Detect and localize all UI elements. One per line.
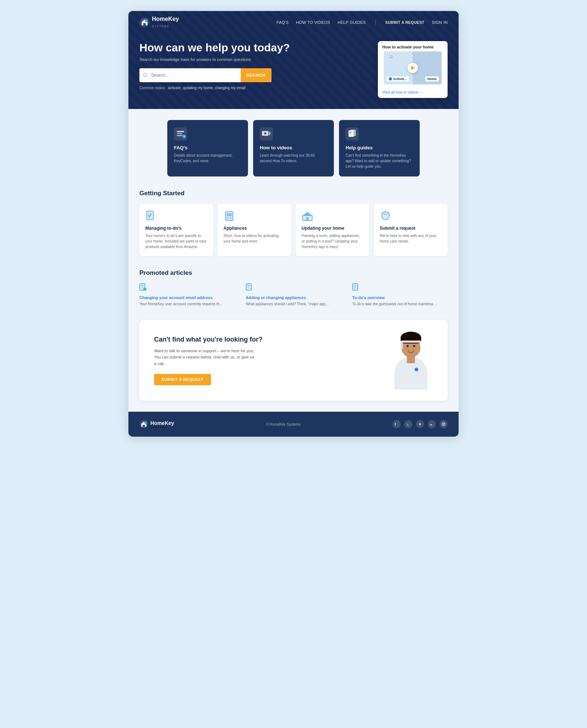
svg-text:f: f xyxy=(395,423,396,426)
svg-rect-22 xyxy=(148,213,152,214)
gs-card-appliances[interactable]: Appliances Short, how-to videos for acti… xyxy=(218,204,291,256)
svg-point-57 xyxy=(444,423,445,423)
article-email-desc: Your HomeKey user account currently requ… xyxy=(139,302,235,307)
footer-socials: f 𝕏 in xyxy=(393,420,448,428)
category-card-faqs[interactable]: ? FAQ's Details about account management… xyxy=(167,120,248,176)
svg-rect-47 xyxy=(354,287,356,287)
article-todos-title[interactable]: To-do's overview xyxy=(352,295,448,300)
logo-name: HomeKey xyxy=(152,16,179,22)
nav-sign-in[interactable]: SIGN IN xyxy=(432,20,448,25)
footer-logo-name: HomeKey xyxy=(150,420,174,426)
gs-card-todos[interactable]: Managing to-do's Your home's to-do's are… xyxy=(139,204,213,256)
svg-text:✓: ✓ xyxy=(144,288,146,291)
topic-email[interactable]: changing my email xyxy=(215,86,245,90)
svg-rect-26 xyxy=(227,217,229,219)
getting-started-title: Getting Started xyxy=(139,190,448,197)
updating-gs-title: Updating your home xyxy=(302,226,364,231)
svg-rect-38 xyxy=(141,288,143,288)
hero-subtitle: Search our knowledge base for answers to… xyxy=(139,57,371,62)
svg-rect-25 xyxy=(227,213,232,216)
play-button[interactable] xyxy=(408,63,418,73)
todos-gs-desc: Your home's to-do's are specific to your… xyxy=(145,233,207,250)
social-facebook[interactable]: f xyxy=(393,420,401,428)
svg-rect-36 xyxy=(141,285,144,286)
topic-activate[interactable]: activate xyxy=(168,86,181,90)
category-cards: ? FAQ's Details about account management… xyxy=(139,120,448,176)
svg-rect-48 xyxy=(354,288,356,288)
svg-rect-6 xyxy=(177,131,184,132)
appliances-gs-title: Appliances xyxy=(223,226,285,231)
video-label-home: Home xyxy=(425,76,439,81)
svg-rect-30 xyxy=(306,217,309,221)
getting-started-cards: Managing to-do's Your home's to-do's are… xyxy=(139,204,448,256)
cta-submit-button[interactable]: SUBMIT A REQUEST xyxy=(154,374,211,385)
category-card-guides[interactable]: Help guides Can't find something in the … xyxy=(339,120,420,176)
nav-divider xyxy=(375,19,376,25)
view-all-videos-link[interactable]: View all how to videos → xyxy=(378,87,448,98)
svg-rect-19 xyxy=(349,133,351,134)
guides-desc: Can't find something in the HomeKey app?… xyxy=(346,153,413,169)
article-email-icon: ✓ xyxy=(139,283,235,293)
topic-updating[interactable]: updating my home xyxy=(183,86,213,90)
videos-icon xyxy=(260,127,273,141)
cta-banner: Can't find what you're looking for? Want… xyxy=(139,320,448,401)
gs-card-submit[interactable]: Submit a request We're here to help with… xyxy=(374,204,448,256)
todos-gs-title: Managing to-do's xyxy=(145,226,207,231)
article-todos-desc: To-do's take the guesswork out of home m… xyxy=(352,302,448,307)
svg-point-56 xyxy=(443,423,444,425)
nav-submit-request[interactable]: SUBMIT A REQUEST xyxy=(385,21,424,25)
svg-text:in: in xyxy=(430,423,432,426)
logo[interactable]: HomeKey SYSTEMS xyxy=(139,16,179,29)
social-youtube[interactable] xyxy=(416,420,424,428)
updating-gs-desc: Painting a room, adding appliances, or p… xyxy=(302,233,364,250)
faqs-desc: Details about account management, KeyCod… xyxy=(174,153,241,164)
svg-line-3 xyxy=(146,76,147,77)
nav-how-to-videos[interactable]: HOW TO VIDEOS xyxy=(296,20,330,25)
footer-logo[interactable]: HomeKey SYSTEMS xyxy=(139,420,174,429)
articles-grid: ✓ Changing your account email address Yo… xyxy=(139,283,448,307)
guides-icon xyxy=(346,127,359,141)
videos-title: How to videos xyxy=(260,145,327,150)
gs-card-updating[interactable]: Updating your home Painting a room, addi… xyxy=(296,204,369,256)
cta-left: Can't find what you're looking for? Want… xyxy=(154,335,378,385)
video-label-activate: Activat... xyxy=(387,76,409,81)
svg-rect-37 xyxy=(141,287,143,287)
search-bar: SEARCH xyxy=(139,68,271,82)
svg-marker-53 xyxy=(419,423,421,425)
getting-started-section: Getting Started Managing to-do's xyxy=(139,190,448,256)
social-twitter[interactable]: 𝕏 xyxy=(404,420,412,428)
article-appliances-desc: What appliances should I add? Think, "ma… xyxy=(246,302,341,307)
article-email: ✓ Changing your account email address Yo… xyxy=(139,283,235,307)
nav-faqs[interactable]: FAQ'S xyxy=(277,20,289,25)
svg-rect-18 xyxy=(349,132,352,132)
article-appliances-title[interactable]: Adding or changing appliances xyxy=(246,295,341,300)
svg-rect-43 xyxy=(247,287,249,287)
cta-desc: Want to talk to someone in support – we'… xyxy=(154,348,257,367)
svg-rect-23 xyxy=(148,218,151,218)
social-linkedin[interactable]: in xyxy=(428,420,436,428)
video-thumbnail[interactable]: 🏠 Activat... Home xyxy=(384,51,442,84)
search-button[interactable]: SEARCH xyxy=(241,68,271,82)
category-card-videos[interactable]: How to videos Learn through watching our… xyxy=(253,120,334,176)
svg-rect-17 xyxy=(351,130,356,136)
footer: HomeKey SYSTEMS © HomeKey Systems f 𝕏 in xyxy=(128,412,459,437)
faqs-title: FAQ's xyxy=(174,145,241,150)
search-icon xyxy=(139,68,151,82)
appliances-gs-icon xyxy=(223,210,235,222)
svg-point-50 xyxy=(145,422,147,424)
article-email-title[interactable]: Changing your account email address xyxy=(139,295,235,300)
search-input[interactable] xyxy=(151,68,241,82)
nav-help-guides[interactable]: HELP GUIDES xyxy=(338,20,366,25)
submit-gs-title: Submit a request xyxy=(380,226,442,231)
svg-text:?: ? xyxy=(183,135,185,138)
navigation: HomeKey SYSTEMS FAQ'S HOW TO VIDEOS HELP… xyxy=(128,11,459,34)
social-instagram[interactable] xyxy=(440,420,448,428)
svg-marker-29 xyxy=(303,212,312,215)
hero-left: How can we help you today? Search our kn… xyxy=(139,41,371,90)
svg-rect-7 xyxy=(177,133,182,134)
svg-text:𝕏: 𝕏 xyxy=(406,423,409,426)
promoted-articles-section: Promoted articles ✓ Changing xyxy=(139,269,448,307)
svg-rect-44 xyxy=(247,288,250,288)
svg-rect-27 xyxy=(230,217,232,219)
cta-agent-image xyxy=(378,331,437,390)
